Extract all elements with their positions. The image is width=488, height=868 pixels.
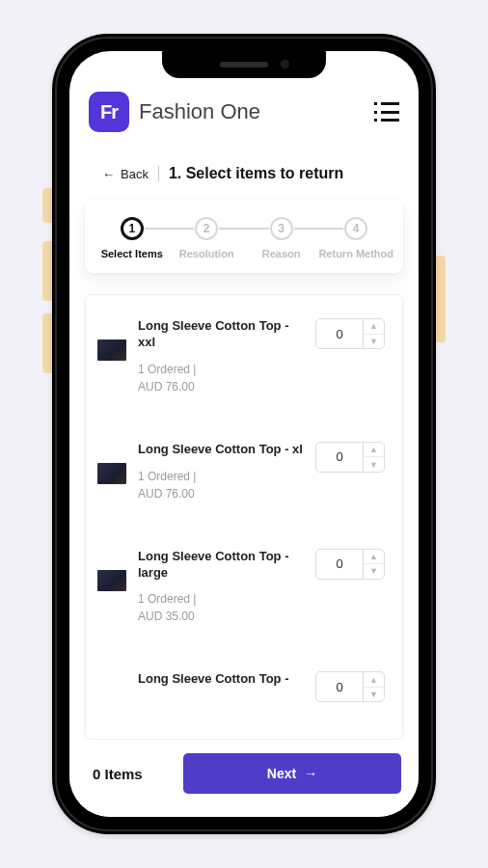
divider bbox=[158, 166, 159, 181]
step-select-items[interactable]: 1 Select Items bbox=[95, 217, 169, 259]
step-number: 1 bbox=[121, 217, 144, 240]
quantity-up-button[interactable]: ▲ bbox=[364, 319, 384, 334]
app-logo[interactable]: Fr bbox=[89, 92, 129, 132]
step-label: Reason bbox=[262, 248, 301, 259]
chevron-up-icon: ▲ bbox=[369, 445, 378, 454]
product-thumbnail[interactable] bbox=[97, 570, 126, 591]
step-label: Return Method bbox=[318, 248, 393, 259]
step-reason[interactable]: 3 Reason bbox=[244, 217, 318, 259]
arrow-left-icon: ← bbox=[102, 167, 115, 181]
app-title: Fashion One bbox=[139, 99, 365, 124]
menu-icon[interactable] bbox=[374, 102, 399, 122]
step-label: Select Items bbox=[101, 248, 163, 259]
phone-volume-up bbox=[42, 241, 52, 301]
quantity-up-button[interactable]: ▲ bbox=[364, 672, 384, 687]
phone-frame: Fr Fashion One ← Back 1. Select items to… bbox=[52, 34, 436, 834]
phone-power-button bbox=[436, 256, 446, 342]
quantity-value: 0 bbox=[316, 672, 363, 701]
step-number: 3 bbox=[270, 217, 293, 240]
chevron-up-icon: ▲ bbox=[369, 321, 378, 331]
step-number: 4 bbox=[344, 217, 367, 240]
phone-notch bbox=[162, 51, 326, 78]
quantity-value: 0 bbox=[316, 550, 363, 579]
item-info: Long Sleeve Cotton Top - large 1 Ordered… bbox=[138, 549, 304, 626]
item-info: Long Sleeve Cotton Top - xxl 1 Ordered |… bbox=[138, 318, 304, 395]
step-resolution[interactable]: 2 Resolution bbox=[169, 217, 243, 259]
quantity-up-button[interactable]: ▲ bbox=[364, 443, 384, 457]
quantity-value: 0 bbox=[316, 443, 363, 472]
item-row: Long Sleeve Cotton Top - 0 ▲ ▼ bbox=[86, 648, 402, 714]
quantity-up-button[interactable]: ▲ bbox=[364, 550, 384, 564]
step-number: 2 bbox=[195, 217, 218, 240]
arrow-right-icon: → bbox=[304, 766, 317, 781]
chevron-down-icon: ▼ bbox=[369, 337, 378, 346]
phone-silent-switch bbox=[42, 188, 52, 223]
item-info: Long Sleeve Cotton Top - xl 1 Ordered | … bbox=[138, 442, 304, 502]
chevron-down-icon: ▼ bbox=[369, 690, 378, 699]
chevron-up-icon: ▲ bbox=[369, 675, 378, 685]
item-row: Long Sleeve Cotton Top - xxl 1 Ordered |… bbox=[86, 295, 402, 419]
quantity-value: 0 bbox=[316, 319, 363, 348]
quantity-down-button[interactable]: ▼ bbox=[364, 563, 384, 579]
stepper: 1 Select Items 2 Resolution 3 Reason 4 R… bbox=[85, 200, 403, 273]
item-name: Long Sleeve Cotton Top - xl bbox=[138, 442, 304, 458]
quantity-stepper: 0 ▲ ▼ bbox=[315, 442, 385, 473]
item-row: Long Sleeve Cotton Top - large 1 Ordered… bbox=[86, 526, 402, 649]
quantity-down-button[interactable]: ▼ bbox=[364, 687, 384, 702]
quantity-down-button[interactable]: ▼ bbox=[364, 334, 384, 349]
item-info: Long Sleeve Cotton Top - bbox=[138, 671, 304, 688]
quantity-down-button[interactable]: ▼ bbox=[364, 456, 384, 472]
step-label: Resolution bbox=[179, 248, 234, 259]
quantity-stepper: 0 ▲ ▼ bbox=[315, 318, 385, 349]
quantity-stepper: 0 ▲ ▼ bbox=[315, 671, 385, 702]
next-label: Next bbox=[267, 766, 296, 781]
page-title: 1. Select items to return bbox=[169, 165, 343, 182]
content-area: ← Back 1. Select items to return 1 Selec… bbox=[69, 144, 419, 740]
back-button[interactable]: ← Back bbox=[102, 167, 149, 181]
next-button[interactable]: Next → bbox=[183, 753, 401, 794]
chevron-down-icon: ▼ bbox=[369, 566, 378, 576]
back-label: Back bbox=[121, 167, 149, 181]
item-row: Long Sleeve Cotton Top - xl 1 Ordered | … bbox=[86, 419, 402, 526]
item-meta: 1 Ordered | AUD 76.00 bbox=[138, 361, 304, 395]
footer-bar: 0 Items Next → bbox=[69, 740, 419, 817]
quantity-stepper: 0 ▲ ▼ bbox=[315, 549, 385, 580]
product-thumbnail[interactable] bbox=[97, 463, 126, 484]
step-return-method[interactable]: 4 Return Method bbox=[318, 217, 393, 259]
item-name: Long Sleeve Cotton Top - bbox=[138, 671, 304, 688]
item-meta: 1 Ordered | AUD 76.00 bbox=[138, 468, 304, 502]
item-name: Long Sleeve Cotton Top - large bbox=[138, 549, 304, 582]
title-row: ← Back 1. Select items to return bbox=[69, 144, 419, 196]
chevron-up-icon: ▲ bbox=[369, 552, 378, 561]
item-meta: 1 Ordered | AUD 35.00 bbox=[138, 590, 304, 625]
selected-count: 0 Items bbox=[93, 766, 170, 782]
chevron-down-icon: ▼ bbox=[369, 460, 378, 470]
phone-volume-down bbox=[42, 313, 52, 373]
items-list[interactable]: Long Sleeve Cotton Top - xxl 1 Ordered |… bbox=[85, 294, 403, 740]
phone-screen: Fr Fashion One ← Back 1. Select items to… bbox=[69, 51, 419, 817]
item-name: Long Sleeve Cotton Top - xxl bbox=[138, 318, 304, 351]
product-thumbnail[interactable] bbox=[97, 339, 126, 361]
